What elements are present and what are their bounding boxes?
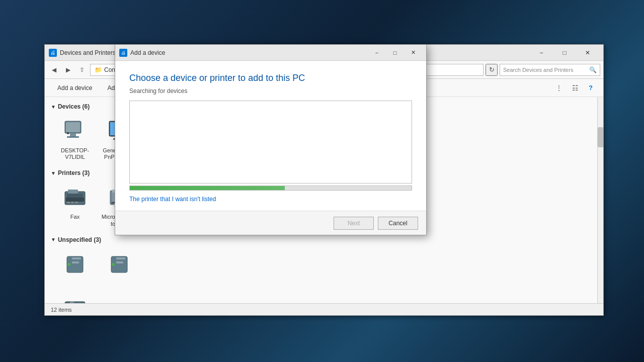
svg-rect-28 (116, 257, 125, 259)
svg-point-27 (112, 263, 115, 266)
close-button[interactable]: ✕ (576, 45, 599, 61)
next-button[interactable]: Next (334, 217, 374, 230)
search-placeholder: Search Devices and Printers (503, 67, 573, 73)
unspecified-item-2[interactable] (99, 247, 139, 284)
progress-bar-fill (130, 186, 285, 190)
svg-rect-30 (65, 302, 85, 303)
bc-icon: 📁 (95, 66, 102, 73)
refresh-button[interactable]: ↻ (486, 64, 498, 76)
forward-button[interactable]: ▶ (62, 64, 74, 76)
camera-item[interactable] (55, 290, 95, 303)
unknown2-icon (105, 250, 133, 279)
dialog-title-bar: 🖨 Add a device − □ ✕ (115, 45, 426, 61)
search-icon[interactable]: 🔍 (589, 66, 597, 73)
dialog-maximize-button[interactable]: □ (386, 45, 404, 61)
unspecified-grid (45, 245, 597, 288)
svg-rect-1 (66, 122, 80, 132)
svg-point-4 (67, 132, 69, 134)
scrollbar[interactable] (597, 97, 603, 303)
svg-rect-34 (70, 302, 74, 303)
printers-chevron: ▼ (51, 170, 56, 176)
svg-rect-11 (68, 190, 78, 194)
unknown1-icon (61, 250, 89, 279)
dialog-close-button[interactable]: ✕ (404, 45, 422, 61)
unspecified-chevron: ▼ (51, 237, 56, 242)
progress-bar-container (129, 186, 412, 191)
svg-rect-13 (71, 202, 74, 203)
help-button[interactable]: ? (584, 81, 597, 95)
minimize-button[interactable]: − (530, 45, 553, 61)
svg-rect-14 (75, 202, 78, 203)
dialog-title: Add a device (130, 49, 368, 56)
svg-rect-12 (67, 202, 70, 203)
dialog-body: Choose a device or printer to add to thi… (115, 61, 426, 211)
svg-rect-24 (72, 257, 81, 259)
device-item-computer[interactable]: DESKTOP-V7LIDIL (55, 114, 95, 163)
view-toggle-button[interactable]: ☷ (568, 81, 582, 95)
unspecified-section-header[interactable]: ▼ Unspecified (3) (45, 234, 597, 245)
add-device-button[interactable]: Add a device (51, 81, 99, 95)
printers-label: Printers (3) (58, 169, 90, 176)
add-device-dialog: 🖨 Add a device − □ ✕ Choose a device or … (115, 44, 427, 235)
dialog-footer: Next Cancel (115, 211, 426, 235)
svg-rect-25 (72, 261, 79, 263)
fax-icon (61, 184, 89, 212)
cancel-button[interactable]: Cancel (378, 217, 418, 230)
searching-text: Searching for devices (129, 87, 412, 95)
unspecified-item-1[interactable] (55, 247, 95, 284)
item-count: 12 items (51, 307, 72, 313)
unspecified-label: Unspecified (3) (58, 236, 101, 243)
devices-label: Devices (6) (58, 103, 90, 110)
view-options-button[interactable]: ⋮ (552, 81, 566, 95)
up-button[interactable]: ⇧ (76, 64, 88, 76)
dialog-minimize-button[interactable]: − (368, 45, 386, 61)
svg-rect-2 (70, 133, 76, 136)
status-bar: 12 items (45, 303, 603, 315)
svg-point-23 (67, 263, 70, 266)
maximize-button[interactable]: □ (553, 45, 576, 61)
dialog-controls: − □ ✕ (368, 45, 422, 61)
devices-chevron: ▼ (51, 104, 56, 110)
camera-area (45, 288, 597, 303)
svg-rect-15 (66, 198, 84, 202)
device-list-box (129, 101, 412, 184)
search-box[interactable]: Search Devices and Printers 🔍 (500, 64, 600, 76)
window-controls: − □ ✕ (530, 45, 599, 61)
printer-item-fax[interactable]: Fax (55, 180, 95, 230)
svg-rect-29 (116, 261, 123, 263)
toolbar-right: ⋮ ☷ ? (552, 81, 597, 95)
svg-rect-3 (67, 136, 79, 138)
fax-label: Fax (70, 214, 79, 220)
not-listed-link[interactable]: The printer that I want isn't listed (129, 196, 412, 203)
camera-icon (61, 293, 89, 303)
back-button[interactable]: ◀ (48, 64, 60, 76)
window-icon: 🖨 (49, 49, 57, 57)
computer-icon (61, 117, 89, 145)
device-label-computer: DESKTOP-V7LIDIL (57, 147, 93, 160)
dialog-icon: 🖨 (119, 49, 127, 57)
dialog-heading: Choose a device or printer to add to thi… (129, 73, 412, 83)
